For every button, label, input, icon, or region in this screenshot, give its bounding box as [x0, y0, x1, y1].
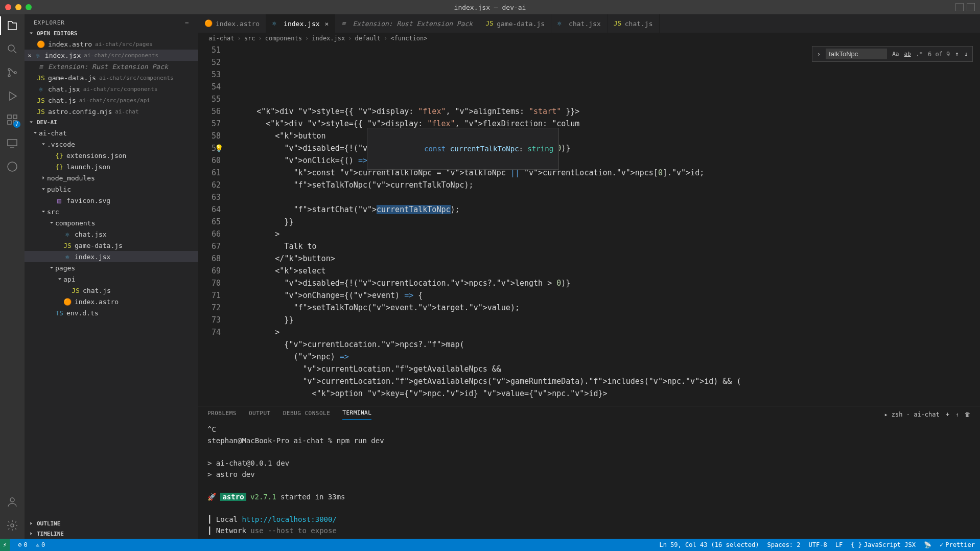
terminal-tab[interactable]: TERMINAL: [342, 409, 371, 420]
close-window-icon[interactable]: [5, 4, 11, 10]
open-editor-item[interactable]: JSastro.config.mjsai-chat: [25, 106, 198, 117]
breadcrumb-item[interactable]: default: [355, 35, 381, 42]
search-tab-icon[interactable]: [5, 42, 19, 56]
terminal-output[interactable]: ^Cstephan@MacBook-Pro ai-chat % npm run …: [198, 420, 980, 539]
explorer-tab-icon[interactable]: [5, 18, 19, 33]
editor-tab[interactable]: ⚛index.jsx×: [266, 14, 335, 33]
close-tab-icon[interactable]: ×: [325, 20, 329, 28]
chevron-right-icon: ›: [238, 35, 241, 42]
scm-tab-icon[interactable]: [5, 65, 19, 80]
breadcrumb-item[interactable]: <function>: [390, 35, 427, 42]
debug-tab-icon[interactable]: [5, 89, 19, 103]
js-file-icon: JS: [37, 107, 45, 116]
breadcrumbs[interactable]: ai-chat›src›components›index.jsx›default…: [198, 33, 980, 44]
breadcrumb-item[interactable]: ai-chat: [208, 35, 235, 42]
match-word-icon[interactable]: ab: [904, 51, 911, 57]
folder-item[interactable]: ai-chat: [25, 127, 198, 139]
lightbulb-icon[interactable]: 💡: [215, 142, 223, 154]
breadcrumb-item[interactable]: components: [265, 35, 302, 42]
eol[interactable]: LF: [835, 541, 843, 548]
folder-item[interactable]: .vscode: [25, 139, 198, 150]
new-terminal-icon[interactable]: +: [946, 411, 949, 418]
open-editor-item[interactable]: × ⚛index.jsxai-chat/src/components: [25, 50, 198, 61]
outline-header[interactable]: OUTLINE: [25, 518, 198, 529]
open-editor-item[interactable]: JSchat.jsai-chat/src/pages/api: [25, 95, 198, 106]
timeline-header[interactable]: TIMELINE: [25, 529, 198, 539]
project-header[interactable]: DEV-AI: [25, 117, 198, 127]
language-mode[interactable]: { } JavaScript JSX: [851, 541, 916, 548]
find-input[interactable]: [826, 49, 887, 59]
problems-tab[interactable]: PROBLEMS: [207, 410, 237, 420]
remote-indicator[interactable]: ⚡: [0, 539, 10, 551]
indentation[interactable]: Spaces: 2: [767, 541, 801, 548]
svg-point-1: [8, 68, 10, 71]
folder-item[interactable]: public: [25, 183, 198, 195]
folder-item[interactable]: src: [25, 206, 198, 217]
breadcrumb-item[interactable]: src: [244, 35, 255, 42]
terminal-picker[interactable]: ▸ zsh - ai-chat: [884, 411, 939, 418]
file-item[interactable]: ⚛index.jsx: [25, 251, 198, 262]
file-item[interactable]: 🟠index.astro: [25, 296, 198, 307]
file-item[interactable]: TSenv.d.ts: [25, 307, 198, 318]
regex-icon[interactable]: .*: [916, 51, 923, 57]
output-tab[interactable]: OUTPUT: [249, 410, 271, 420]
open-editor-item[interactable]: ≡Extension: Rust Extension Pack: [25, 61, 198, 72]
svg-point-9: [8, 162, 17, 171]
editor-tab[interactable]: JSgame-data.js: [479, 14, 551, 33]
kill-terminal-icon[interactable]: 🗑: [965, 411, 971, 418]
extensions-badge: 7: [13, 121, 20, 128]
find-prev-icon[interactable]: ↑: [955, 50, 959, 58]
editor-tabs: 🟠index.astro ⚛index.jsx× ≡Extension: Rus…: [198, 14, 980, 33]
explorer-title: EXPLORER: [34, 19, 65, 26]
find-next-icon[interactable]: ↓: [964, 50, 968, 58]
cursor-position[interactable]: Ln 59, Col 43 (16 selected): [659, 541, 759, 548]
editor-tab[interactable]: ≡Extension: Rust Extension Pack: [335, 14, 479, 33]
encoding[interactable]: UTF-8: [809, 541, 827, 548]
edge-tab-icon[interactable]: [5, 159, 19, 174]
account-icon[interactable]: [5, 495, 19, 509]
chevron-right-icon: ›: [384, 35, 387, 42]
explorer-more-icon[interactable]: ⋯: [185, 19, 189, 26]
feedback-icon[interactable]: 📡: [924, 541, 931, 548]
js-file-icon: JS: [63, 241, 72, 249]
settings-gear-icon[interactable]: [5, 518, 19, 533]
folder-item[interactable]: pages: [25, 262, 198, 273]
file-item[interactable]: JSchat.js: [25, 285, 198, 296]
folder-item[interactable]: components: [25, 217, 198, 228]
js-file-icon: JS: [485, 19, 494, 28]
file-item[interactable]: {}extensions.json: [25, 150, 198, 161]
warnings-indicator[interactable]: ⚠ 0: [36, 541, 45, 548]
editor-tab[interactable]: JSchat.js: [608, 14, 660, 33]
open-editors-header[interactable]: OPEN EDITORS: [25, 28, 198, 38]
extensions-tab-icon[interactable]: 7: [5, 112, 19, 127]
remote-tab-icon[interactable]: [5, 136, 19, 150]
file-item[interactable]: ▧favicon.svg: [25, 195, 198, 206]
astro-file-icon: 🟠: [37, 40, 45, 48]
file-item[interactable]: JSgame-data.js: [25, 240, 198, 251]
folder-item[interactable]: node_modules: [25, 172, 198, 183]
open-editor-item[interactable]: 🟠index.astroai-chat/src/pages: [25, 38, 198, 50]
file-item[interactable]: {}launch.json: [25, 161, 198, 172]
code-editor[interactable]: 5152535455565758596061626364656667686970…: [198, 44, 980, 406]
prettier-status[interactable]: ✓ Prettier: [940, 541, 975, 548]
editor-tab[interactable]: 🟠index.astro: [198, 14, 266, 33]
open-editor-item[interactable]: JSgame-data.jsai-chat/src/components: [25, 72, 198, 83]
editor-tab[interactable]: ⚛chat.jsx: [551, 14, 608, 33]
open-editor-item[interactable]: ⚛chat.jsxai-chat/src/components: [25, 83, 198, 95]
debug-console-tab[interactable]: DEBUG CONSOLE: [283, 410, 331, 420]
maximize-window-icon[interactable]: [26, 4, 32, 10]
split-terminal-icon[interactable]: ⫞: [955, 411, 959, 418]
svg-rect-6: [8, 121, 11, 124]
match-case-icon[interactable]: Aa: [892, 51, 899, 57]
find-expand-icon[interactable]: ›: [816, 50, 821, 58]
file-item[interactable]: ⚛chat.jsx: [25, 228, 198, 240]
folder-item[interactable]: api: [25, 273, 198, 285]
panel-toggle-icon[interactable]: [955, 3, 964, 11]
minimize-window-icon[interactable]: [15, 4, 21, 10]
chevron-down-icon: [28, 119, 35, 126]
errors-indicator[interactable]: ⊘ 0: [18, 541, 27, 548]
close-icon[interactable]: ×: [28, 52, 32, 59]
breadcrumb-item[interactable]: index.jsx: [312, 35, 345, 42]
find-count: 6 of 9: [928, 51, 950, 58]
layout-toggle-icon[interactable]: [967, 3, 975, 11]
